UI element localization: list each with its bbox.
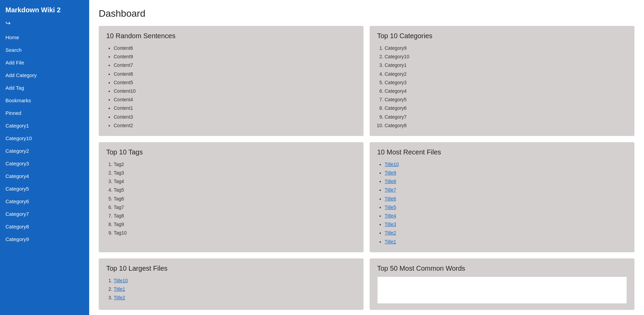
top-tags-list: Tag2Tag3Tag4Tag5Tag6Tag7Tag8Tag9Tag10 bbox=[106, 160, 356, 238]
sidebar-item-bookmarks[interactable]: Bookmarks bbox=[0, 94, 89, 107]
sidebar: Markdown Wiki 2 ↪ HomeSearchAdd FileAdd … bbox=[0, 0, 89, 315]
list-item: Title1 bbox=[114, 285, 356, 294]
list-item: Content8 bbox=[114, 70, 356, 78]
list-item: Title3 bbox=[385, 220, 627, 229]
list-item: Tag4 bbox=[114, 177, 356, 186]
sidebar-item-home[interactable]: Home bbox=[0, 31, 89, 44]
list-item: Category2 bbox=[385, 70, 627, 78]
list-item: Content4 bbox=[114, 95, 356, 104]
sidebar-item-category2[interactable]: Category2 bbox=[0, 145, 89, 157]
file-link[interactable]: Title10 bbox=[385, 162, 399, 167]
list-item: Content1 bbox=[114, 104, 356, 112]
sidebar-item-pinned[interactable]: Pinned bbox=[0, 107, 89, 119]
card-largest-files-title: Top 10 Largest Files bbox=[106, 265, 356, 272]
sidebar-nav: HomeSearchAdd FileAdd CategoryAdd TagBoo… bbox=[0, 31, 89, 245]
sidebar-item-category8[interactable]: Category8 bbox=[0, 220, 89, 233]
list-item: Tag9 bbox=[114, 220, 356, 229]
list-item: Tag7 bbox=[114, 203, 356, 212]
card-random-sentences-title: 10 Random Sentences bbox=[106, 32, 356, 40]
list-item: Category7 bbox=[385, 113, 627, 121]
file-link[interactable]: Title6 bbox=[385, 196, 396, 201]
largest-files-list: Title10Title1Title2 bbox=[106, 276, 356, 302]
list-item: Title2 bbox=[114, 294, 356, 302]
file-link[interactable]: Title10 bbox=[114, 278, 128, 283]
list-item: Tag8 bbox=[114, 212, 356, 220]
file-link[interactable]: Title7 bbox=[385, 187, 396, 193]
list-item: Title10 bbox=[114, 276, 356, 285]
nav-icon[interactable]: ↪ bbox=[0, 17, 89, 31]
list-item: Tag6 bbox=[114, 195, 356, 203]
sidebar-item-add-file[interactable]: Add File bbox=[0, 56, 89, 69]
list-item: Category4 bbox=[385, 87, 627, 95]
sidebar-item-category10[interactable]: Category10 bbox=[0, 132, 89, 145]
page-title: Dashboard bbox=[99, 8, 634, 19]
sidebar-item-category5[interactable]: Category5 bbox=[0, 182, 89, 195]
sidebar-item-category1[interactable]: Category1 bbox=[0, 119, 89, 132]
list-item: Tag3 bbox=[114, 169, 356, 177]
list-item: Title6 bbox=[385, 195, 627, 203]
file-link[interactable]: Title8 bbox=[385, 179, 396, 184]
list-item: Title10 bbox=[385, 160, 627, 169]
list-item: Title1 bbox=[385, 238, 627, 246]
list-item: Category6 bbox=[385, 104, 627, 112]
sidebar-item-category7[interactable]: Category7 bbox=[0, 208, 89, 220]
file-link[interactable]: Title1 bbox=[114, 286, 125, 292]
recent-files-list: Title10Title9Title8Title7Title6Title5Tit… bbox=[377, 160, 627, 246]
list-item: Category1 bbox=[385, 61, 627, 70]
list-item: Title2 bbox=[385, 229, 627, 237]
sidebar-item-add-category[interactable]: Add Category bbox=[0, 69, 89, 81]
list-item: Title8 bbox=[385, 177, 627, 186]
card-top-tags: Top 10 Tags Tag2Tag3Tag4Tag5Tag6Tag7Tag8… bbox=[99, 142, 364, 252]
sidebar-item-category4[interactable]: Category4 bbox=[0, 170, 89, 182]
sidebar-item-search[interactable]: Search bbox=[0, 44, 89, 56]
list-item: Category8 bbox=[385, 121, 627, 130]
sidebar-item-category3[interactable]: Category3 bbox=[0, 157, 89, 170]
card-common-words-title: Top 50 Most Common Words bbox=[377, 265, 627, 272]
list-item: Title7 bbox=[385, 186, 627, 194]
main-content: Dashboard 10 Random Sentences Content6Co… bbox=[89, 0, 644, 315]
app-title: Markdown Wiki 2 bbox=[0, 0, 89, 17]
list-item: Category3 bbox=[385, 78, 627, 87]
list-item: Tag5 bbox=[114, 186, 356, 194]
list-item: Content3 bbox=[114, 113, 356, 121]
list-item: Title4 bbox=[385, 212, 627, 220]
word-cloud-box bbox=[377, 276, 627, 304]
list-item: Category5 bbox=[385, 95, 627, 104]
list-item: Content6 bbox=[114, 44, 356, 52]
card-top-categories-title: Top 10 Categories bbox=[377, 32, 627, 40]
list-item: Tag2 bbox=[114, 160, 356, 169]
dashboard-grid: 10 Random Sentences Content6Content9Cont… bbox=[99, 26, 634, 310]
list-item: Content2 bbox=[114, 121, 356, 130]
file-link[interactable]: Title9 bbox=[385, 170, 396, 176]
list-item: Category9 bbox=[385, 44, 627, 52]
file-link[interactable]: Title1 bbox=[385, 239, 396, 244]
list-item: Title5 bbox=[385, 203, 627, 212]
list-item: Content7 bbox=[114, 61, 356, 70]
list-item: Content5 bbox=[114, 78, 356, 87]
file-link[interactable]: Title5 bbox=[385, 205, 396, 210]
file-link[interactable]: Title2 bbox=[385, 230, 396, 236]
list-item: Category10 bbox=[385, 52, 627, 61]
list-item: Title9 bbox=[385, 169, 627, 177]
file-link[interactable]: Title2 bbox=[114, 295, 125, 300]
file-link[interactable]: Title3 bbox=[385, 222, 396, 227]
top-categories-list: Category9Category10Category1Category2Cat… bbox=[377, 44, 627, 130]
sidebar-item-category9[interactable]: Category9 bbox=[0, 233, 89, 245]
card-top-categories: Top 10 Categories Category9Category10Cat… bbox=[370, 26, 634, 136]
sidebar-item-category6[interactable]: Category6 bbox=[0, 195, 89, 208]
random-sentences-list: Content6Content9Content7Content8Content5… bbox=[106, 44, 356, 130]
file-link[interactable]: Title4 bbox=[385, 213, 396, 219]
list-item: Tag10 bbox=[114, 229, 356, 237]
list-item: Content9 bbox=[114, 52, 356, 61]
card-recent-files: 10 Most Recent Files Title10Title9Title8… bbox=[370, 142, 634, 252]
card-random-sentences: 10 Random Sentences Content6Content9Cont… bbox=[99, 26, 364, 136]
sidebar-item-add-tag[interactable]: Add Tag bbox=[0, 81, 89, 94]
card-common-words: Top 50 Most Common Words bbox=[370, 258, 634, 310]
card-recent-files-title: 10 Most Recent Files bbox=[377, 148, 627, 156]
list-item: Content10 bbox=[114, 87, 356, 95]
card-top-tags-title: Top 10 Tags bbox=[106, 148, 356, 156]
card-largest-files: Top 10 Largest Files Title10Title1Title2 bbox=[99, 258, 364, 310]
